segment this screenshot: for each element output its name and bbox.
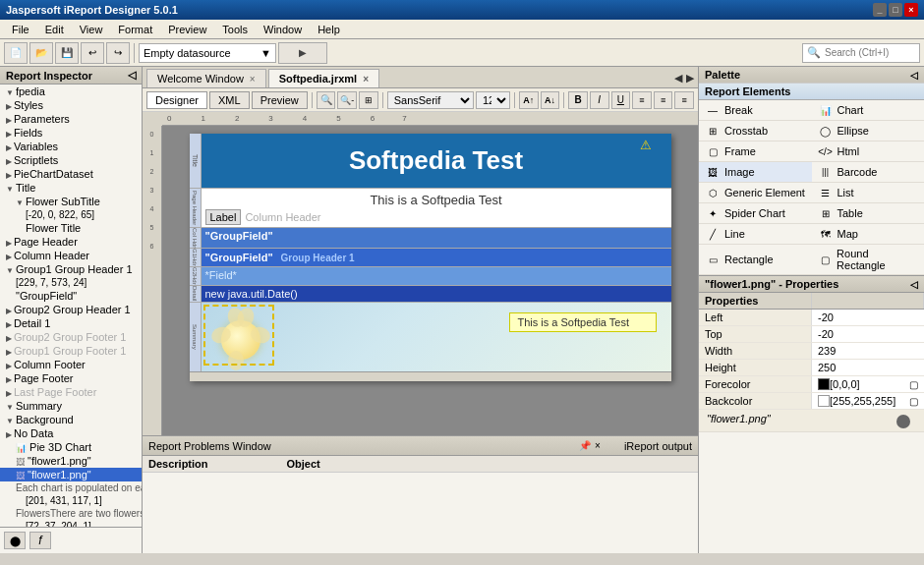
tree-variables[interactable]: ▶Variables xyxy=(0,140,142,153)
label-element[interactable]: Label xyxy=(205,209,242,225)
prop-top-value[interactable]: -20 xyxy=(812,326,924,342)
tree-coords3[interactable]: [201, 431, 117, 1] xyxy=(0,494,142,507)
tree-last-page-footer[interactable]: ▶Last Page Footer xyxy=(0,385,142,399)
menu-view[interactable]: View xyxy=(72,22,111,37)
prop-pin-icon[interactable]: ◁ xyxy=(910,279,918,290)
align-left-btn[interactable]: ≡ xyxy=(632,91,652,109)
prop-backcolor-value[interactable]: [255,255,255] ▢ xyxy=(812,393,924,409)
tree-groupfield1[interactable]: "GroupField" xyxy=(0,289,142,303)
tree-flower-subtitle[interactable]: ▼Flower SubTitle xyxy=(0,195,142,208)
menu-preview[interactable]: Preview xyxy=(160,22,214,37)
close-button[interactable]: × xyxy=(904,3,918,17)
run-button[interactable]: ▶ xyxy=(278,42,327,64)
italic-btn[interactable]: I xyxy=(590,91,609,109)
tree-group1-footer[interactable]: ▶Group1 Group Footer 1 xyxy=(0,344,142,358)
font-smaller-btn[interactable]: A↓ xyxy=(541,91,560,109)
tree-flower-title[interactable]: Flower Title xyxy=(0,221,142,235)
maximize-button[interactable]: □ xyxy=(889,3,902,17)
tree-title[interactable]: ▼Title xyxy=(0,181,142,195)
underline-btn[interactable]: U xyxy=(611,91,631,109)
tree-group2-header[interactable]: ▶Group2 Group Header 1 xyxy=(0,303,142,316)
palette-barcode[interactable]: ||| Barcode xyxy=(812,162,925,183)
tab-softpedia-close[interactable]: × xyxy=(363,74,369,85)
tab-nav[interactable]: ◀ ▶ xyxy=(674,72,694,87)
editor-tab-preview[interactable]: Preview xyxy=(252,91,308,109)
search-box[interactable]: 🔍 xyxy=(802,43,920,63)
tree-page-header[interactable]: ▶Page Header xyxy=(0,235,142,249)
tree-parameters[interactable]: ▶Parameters xyxy=(0,112,142,126)
zoom-fit-btn[interactable]: ⊞ xyxy=(359,91,378,109)
palette-crosstab[interactable]: ⊞ Crosstab xyxy=(699,121,812,141)
editor-tab-designer[interactable]: Designer xyxy=(146,91,207,109)
backcolor-edit-btn[interactable]: ▢ xyxy=(909,396,918,407)
redo-button[interactable]: ↪ xyxy=(106,42,130,64)
palette-ellipse[interactable]: ◯ Ellipse xyxy=(812,121,925,141)
canvas-area[interactable]: Title Softpedia Test ⚠ Page Header This … xyxy=(162,126,698,435)
palette-spider-chart[interactable]: ✦ Spider Chart xyxy=(699,203,812,224)
palette-pin-icon[interactable]: ◁ xyxy=(910,70,918,81)
tab-welcome-window[interactable]: Welcome Window × xyxy=(146,69,266,87)
tree-styles[interactable]: ▶Styles xyxy=(0,98,142,112)
save-button[interactable]: 💾 xyxy=(55,42,79,64)
tree-pie3d-chart[interactable]: 📊 Pie 3D Chart xyxy=(0,440,142,454)
canvas-scrollbar-h[interactable] xyxy=(190,371,671,381)
tree-column-header[interactable]: ▶Column Header xyxy=(0,249,142,262)
palette-break[interactable]: — Break xyxy=(699,100,812,121)
tree-no-data[interactable]: ▶No Data xyxy=(0,426,142,440)
menu-edit[interactable]: Edit xyxy=(37,22,72,37)
tree-coords4[interactable]: [72, 37, 204, 1] xyxy=(0,520,142,527)
new-button[interactable]: 📄 xyxy=(4,42,28,64)
panel-bottom-icon2[interactable]: f xyxy=(29,532,51,549)
tree-background[interactable]: ▼Background xyxy=(0,413,142,426)
editor-tab-xml[interactable]: XML xyxy=(209,91,250,109)
problems-close-icon[interactable]: × xyxy=(595,440,601,451)
menu-file[interactable]: File xyxy=(4,22,37,37)
font-selector[interactable]: SansSerif xyxy=(387,91,474,109)
test-text-box[interactable]: This is a Softpedia Test xyxy=(509,312,657,332)
tab-prev-icon[interactable]: ◀ xyxy=(674,72,682,85)
palette-rectangle[interactable]: ▭ Rectangle xyxy=(699,245,812,275)
palette-frame[interactable]: ▢ Frame xyxy=(699,141,812,162)
palette-chart[interactable]: 📊 Chart xyxy=(812,100,925,121)
tree-page-footer[interactable]: ▶Page Footer xyxy=(0,371,142,385)
palette-image[interactable]: 🖼 Image xyxy=(699,162,812,183)
tree-piechartdataset[interactable]: ▶PieChartDataset xyxy=(0,167,142,181)
align-right-btn[interactable]: ≡ xyxy=(674,91,694,109)
prop-forecolor-value[interactable]: [0,0,0] ▢ xyxy=(812,376,924,392)
tree-group2-footer[interactable]: ▶Group2 Group Footer 1 xyxy=(0,330,142,344)
menu-format[interactable]: Format xyxy=(110,22,160,37)
palette-table[interactable]: ⊞ Table xyxy=(812,203,925,224)
font-larger-btn[interactable]: A↑ xyxy=(519,91,539,109)
datasource-combo[interactable]: Empty datasource ▼ xyxy=(139,43,276,63)
menu-window[interactable]: Window xyxy=(256,22,310,37)
undo-button[interactable]: ↩ xyxy=(81,42,104,64)
panel-pin-icon[interactable]: ◁ xyxy=(128,69,136,82)
palette-list[interactable]: ☰ List xyxy=(812,183,925,203)
prop-height-value[interactable]: 250 xyxy=(812,360,924,375)
tree-summary[interactable]: ▼Summary xyxy=(0,399,142,413)
tab-next-icon[interactable]: ▶ xyxy=(686,72,694,85)
prop-width-value[interactable]: 239 xyxy=(812,343,924,359)
tree-column-footer[interactable]: ▶Column Footer xyxy=(0,358,142,371)
minimize-button[interactable]: _ xyxy=(873,3,887,17)
forecolor-edit-btn[interactable]: ▢ xyxy=(909,379,918,390)
prop-left-value[interactable]: -20 xyxy=(812,310,924,325)
zoom-in-btn[interactable]: 🔍 xyxy=(317,91,336,109)
palette-map[interactable]: 🗺 Map xyxy=(812,224,925,245)
tree-flower1-1[interactable]: 🖼 "flower1.png" xyxy=(0,454,142,468)
panel-bottom-icon1[interactable]: ⬤ xyxy=(4,532,26,549)
align-center-btn[interactable]: ≡ xyxy=(654,91,673,109)
zoom-out-btn[interactable]: 🔍- xyxy=(337,91,357,109)
tree-coords1[interactable]: [-20, 0, 822, 65] xyxy=(0,208,142,221)
palette-round-rectangle[interactable]: ▢ Round Rectangle xyxy=(812,245,925,275)
tree-scriptlets[interactable]: ▶Scriptlets xyxy=(0,153,142,167)
search-input[interactable] xyxy=(825,47,915,58)
font-size-selector[interactable]: 12 xyxy=(476,91,510,109)
palette-line[interactable]: ╱ Line xyxy=(699,224,812,245)
menu-tools[interactable]: Tools xyxy=(214,22,256,37)
tree-detail1[interactable]: ▶Detail 1 xyxy=(0,316,142,330)
tree-group1-header[interactable]: ▼Group1 Group Header 1 xyxy=(0,262,142,276)
tab-welcome-close[interactable]: × xyxy=(250,74,256,85)
menu-help[interactable]: Help xyxy=(310,22,348,37)
problems-pin-icon[interactable]: 📌 xyxy=(579,440,591,451)
